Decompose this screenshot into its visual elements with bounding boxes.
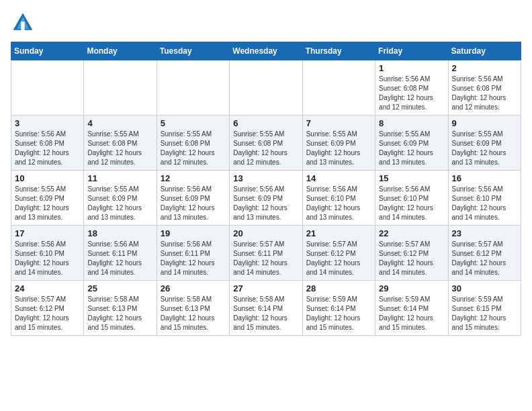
day-number: 15 (379, 173, 444, 183)
calendar-cell: 15Sunrise: 5:56 AM Sunset: 6:10 PM Dayli… (375, 171, 448, 226)
day-number: 13 (233, 173, 298, 183)
svg-rect-2 (21, 21, 24, 30)
day-info: Sunrise: 5:56 AM Sunset: 6:10 PM Dayligh… (306, 185, 371, 222)
day-info: Sunrise: 5:56 AM Sunset: 6:10 PM Dayligh… (452, 185, 517, 222)
day-number: 18 (87, 228, 152, 238)
calendar-cell: 8Sunrise: 5:55 AM Sunset: 6:09 PM Daylig… (375, 116, 448, 171)
day-number: 20 (233, 228, 298, 238)
day-number: 16 (452, 173, 517, 183)
page-header (11, 11, 521, 35)
calendar-cell: 1Sunrise: 5:56 AM Sunset: 6:08 PM Daylig… (375, 60, 448, 116)
day-info: Sunrise: 5:56 AM Sunset: 6:10 PM Dayligh… (379, 185, 444, 222)
day-number: 22 (379, 228, 444, 238)
day-number: 25 (87, 283, 152, 293)
calendar-cell (11, 60, 84, 116)
day-info: Sunrise: 5:56 AM Sunset: 6:09 PM Dayligh… (233, 185, 298, 222)
day-number: 26 (161, 283, 226, 293)
day-info: Sunrise: 5:58 AM Sunset: 6:13 PM Dayligh… (87, 295, 152, 332)
day-number: 21 (306, 228, 371, 238)
calendar-cell: 29Sunrise: 5:59 AM Sunset: 6:14 PM Dayli… (375, 281, 448, 336)
calendar-cell: 11Sunrise: 5:55 AM Sunset: 6:09 PM Dayli… (84, 171, 157, 226)
calendar-cell: 19Sunrise: 5:56 AM Sunset: 6:11 PM Dayli… (157, 226, 229, 281)
logo (11, 11, 38, 35)
calendar-cell: 27Sunrise: 5:58 AM Sunset: 6:14 PM Dayli… (230, 281, 302, 336)
day-number: 11 (87, 173, 152, 183)
weekday-header: Tuesday (157, 42, 229, 60)
day-number: 30 (452, 283, 517, 293)
calendar-cell: 13Sunrise: 5:56 AM Sunset: 6:09 PM Dayli… (230, 171, 302, 226)
calendar-cell (84, 60, 157, 116)
calendar-table: SundayMondayTuesdayWednesdayThursdayFrid… (11, 42, 521, 336)
day-info: Sunrise: 5:55 AM Sunset: 6:09 PM Dayligh… (452, 130, 517, 167)
day-info: Sunrise: 5:58 AM Sunset: 6:14 PM Dayligh… (233, 295, 298, 332)
day-info: Sunrise: 5:55 AM Sunset: 6:09 PM Dayligh… (87, 185, 152, 222)
calendar-week-row: 1Sunrise: 5:56 AM Sunset: 6:08 PM Daylig… (11, 60, 521, 116)
calendar-week-row: 24Sunrise: 5:57 AM Sunset: 6:12 PM Dayli… (11, 281, 521, 336)
day-info: Sunrise: 5:56 AM Sunset: 6:08 PM Dayligh… (452, 75, 517, 112)
day-info: Sunrise: 5:59 AM Sunset: 6:14 PM Dayligh… (379, 295, 444, 332)
weekday-header: Sunday (11, 42, 84, 60)
calendar-cell: 6Sunrise: 5:55 AM Sunset: 6:08 PM Daylig… (230, 116, 302, 171)
day-info: Sunrise: 5:56 AM Sunset: 6:11 PM Dayligh… (161, 240, 226, 277)
calendar-cell (302, 60, 375, 116)
logo-icon (11, 11, 35, 35)
day-info: Sunrise: 5:55 AM Sunset: 6:09 PM Dayligh… (306, 130, 371, 167)
day-info: Sunrise: 5:56 AM Sunset: 6:08 PM Dayligh… (15, 130, 80, 167)
weekday-header: Wednesday (230, 42, 302, 60)
day-info: Sunrise: 5:59 AM Sunset: 6:14 PM Dayligh… (306, 295, 371, 332)
calendar-week-row: 10Sunrise: 5:55 AM Sunset: 6:09 PM Dayli… (11, 171, 521, 226)
day-info: Sunrise: 5:55 AM Sunset: 6:08 PM Dayligh… (161, 130, 226, 167)
calendar-week-row: 17Sunrise: 5:56 AM Sunset: 6:10 PM Dayli… (11, 226, 521, 281)
calendar-cell: 7Sunrise: 5:55 AM Sunset: 6:09 PM Daylig… (302, 116, 375, 171)
calendar-cell (157, 60, 229, 116)
day-info: Sunrise: 5:55 AM Sunset: 6:09 PM Dayligh… (379, 130, 444, 167)
day-number: 5 (161, 118, 226, 128)
weekday-header: Saturday (448, 42, 521, 60)
day-info: Sunrise: 5:57 AM Sunset: 6:12 PM Dayligh… (379, 240, 444, 277)
day-info: Sunrise: 5:56 AM Sunset: 6:08 PM Dayligh… (379, 75, 444, 112)
calendar-cell: 28Sunrise: 5:59 AM Sunset: 6:14 PM Dayli… (302, 281, 375, 336)
calendar-cell: 30Sunrise: 5:59 AM Sunset: 6:15 PM Dayli… (448, 281, 521, 336)
calendar-cell: 5Sunrise: 5:55 AM Sunset: 6:08 PM Daylig… (157, 116, 229, 171)
calendar-cell: 16Sunrise: 5:56 AM Sunset: 6:10 PM Dayli… (448, 171, 521, 226)
day-info: Sunrise: 5:59 AM Sunset: 6:15 PM Dayligh… (452, 295, 517, 332)
calendar-cell: 2Sunrise: 5:56 AM Sunset: 6:08 PM Daylig… (448, 60, 521, 116)
day-number: 29 (379, 283, 444, 293)
day-info: Sunrise: 5:57 AM Sunset: 6:12 PM Dayligh… (15, 295, 80, 332)
weekday-header: Monday (84, 42, 157, 60)
day-number: 17 (15, 228, 80, 238)
calendar-header-row: SundayMondayTuesdayWednesdayThursdayFrid… (11, 42, 521, 60)
day-number: 12 (161, 173, 226, 183)
weekday-header: Friday (375, 42, 448, 60)
day-number: 8 (379, 118, 444, 128)
calendar-cell: 18Sunrise: 5:56 AM Sunset: 6:11 PM Dayli… (84, 226, 157, 281)
day-number: 1 (379, 63, 444, 73)
calendar-cell: 9Sunrise: 5:55 AM Sunset: 6:09 PM Daylig… (448, 116, 521, 171)
calendar-cell: 20Sunrise: 5:57 AM Sunset: 6:11 PM Dayli… (230, 226, 302, 281)
calendar-cell (230, 60, 302, 116)
calendar-cell: 14Sunrise: 5:56 AM Sunset: 6:10 PM Dayli… (302, 171, 375, 226)
calendar-cell: 23Sunrise: 5:57 AM Sunset: 6:12 PM Dayli… (448, 226, 521, 281)
day-number: 4 (87, 118, 152, 128)
day-info: Sunrise: 5:57 AM Sunset: 6:12 PM Dayligh… (452, 240, 517, 277)
calendar-cell: 10Sunrise: 5:55 AM Sunset: 6:09 PM Dayli… (11, 171, 84, 226)
day-number: 3 (15, 118, 80, 128)
day-number: 6 (233, 118, 298, 128)
day-number: 19 (161, 228, 226, 238)
calendar-cell: 24Sunrise: 5:57 AM Sunset: 6:12 PM Dayli… (11, 281, 84, 336)
day-number: 27 (233, 283, 298, 293)
day-number: 14 (306, 173, 371, 183)
day-info: Sunrise: 5:56 AM Sunset: 6:10 PM Dayligh… (15, 240, 80, 277)
day-number: 10 (15, 173, 80, 183)
calendar-cell: 4Sunrise: 5:55 AM Sunset: 6:08 PM Daylig… (84, 116, 157, 171)
weekday-header: Thursday (302, 42, 375, 60)
calendar-cell: 21Sunrise: 5:57 AM Sunset: 6:12 PM Dayli… (302, 226, 375, 281)
day-info: Sunrise: 5:56 AM Sunset: 6:11 PM Dayligh… (87, 240, 152, 277)
day-number: 28 (306, 283, 371, 293)
calendar-cell: 12Sunrise: 5:56 AM Sunset: 6:09 PM Dayli… (157, 171, 229, 226)
calendar-cell: 26Sunrise: 5:58 AM Sunset: 6:13 PM Dayli… (157, 281, 229, 336)
day-number: 24 (15, 283, 80, 293)
calendar-cell: 25Sunrise: 5:58 AM Sunset: 6:13 PM Dayli… (84, 281, 157, 336)
calendar-week-row: 3Sunrise: 5:56 AM Sunset: 6:08 PM Daylig… (11, 116, 521, 171)
day-info: Sunrise: 5:57 AM Sunset: 6:12 PM Dayligh… (306, 240, 371, 277)
